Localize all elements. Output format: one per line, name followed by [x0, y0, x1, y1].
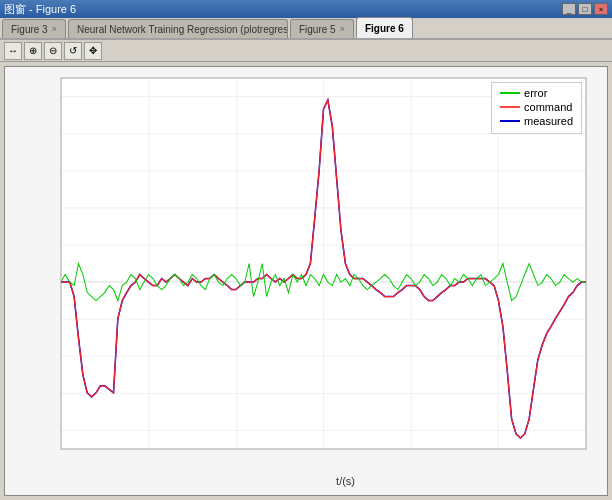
- command-label: command: [524, 101, 572, 113]
- legend-item-command: command: [500, 101, 573, 113]
- figure-area: steering wheel angle/(rad) t/(s): [4, 66, 608, 496]
- title-bar: 图窗 - Figure 6 _ □ ×: [0, 0, 612, 18]
- minimize-button[interactable]: _: [562, 3, 576, 15]
- error-label: error: [524, 87, 547, 99]
- zoom-out-button[interactable]: ⊖: [44, 42, 62, 60]
- maximize-button[interactable]: □: [578, 3, 592, 15]
- legend-item-measured: measured: [500, 115, 573, 127]
- close-button[interactable]: ×: [594, 3, 608, 15]
- title-text: 图窗 - Figure 6: [4, 2, 562, 17]
- command-legend-line: [500, 106, 520, 108]
- reset-button[interactable]: ↺: [64, 42, 82, 60]
- tab-figure6[interactable]: Figure 6: [356, 17, 413, 38]
- toolbar: ↔ ⊕ ⊖ ↺ ✥: [0, 40, 612, 62]
- pan-button[interactable]: ↔: [4, 42, 22, 60]
- window-controls[interactable]: _ □ ×: [562, 3, 608, 15]
- tab-figure3[interactable]: Figure 3 ×: [2, 19, 66, 38]
- legend-item-error: error: [500, 87, 573, 99]
- tab-figure5[interactable]: Figure 5 ×: [290, 19, 354, 38]
- legend: error command measured: [491, 82, 582, 134]
- error-legend-line: [500, 92, 520, 94]
- data-cursor-button[interactable]: ✥: [84, 42, 102, 60]
- x-axis-label: t/(s): [336, 475, 355, 487]
- tab-neural-network[interactable]: Neural Network Training Regression (plot…: [68, 19, 288, 38]
- measured-legend-line: [500, 120, 520, 122]
- tab-bar: Figure 3 × Neural Network Training Regre…: [0, 18, 612, 40]
- measured-label: measured: [524, 115, 573, 127]
- zoom-in-button[interactable]: ⊕: [24, 42, 42, 60]
